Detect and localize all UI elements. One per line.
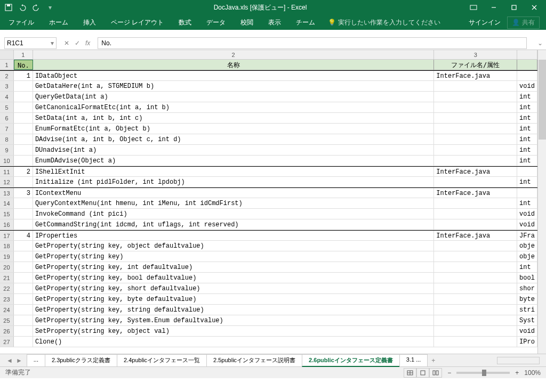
- cell-no[interactable]: [14, 198, 33, 208]
- cell-file[interactable]: [434, 102, 517, 112]
- sheet-tab[interactable]: ...: [27, 354, 45, 367]
- cell-name[interactable]: DUnadvise(int a): [33, 145, 434, 155]
- cell-attr[interactable]: int: [517, 156, 537, 166]
- cell-no[interactable]: [14, 177, 33, 187]
- cell-attr[interactable]: int: [517, 92, 537, 102]
- cell-name[interactable]: Clone(): [33, 337, 434, 347]
- cell-name[interactable]: SetProperty(string key, object val): [33, 326, 434, 336]
- row-header[interactable]: 8: [0, 134, 14, 144]
- cell-name[interactable]: IProperties: [33, 231, 434, 240]
- cell-no[interactable]: [14, 326, 33, 336]
- cell-name[interactable]: GetProperty(string key, string defaultva…: [33, 305, 434, 315]
- cell-file[interactable]: InterFace.java: [434, 188, 517, 198]
- cell-attr[interactable]: shor: [517, 283, 537, 293]
- cell-name[interactable]: GetProperty(string key, bool defaultvalu…: [33, 273, 434, 283]
- sheet-tab[interactable]: 2.6publicインタフェース定義書: [302, 354, 400, 367]
- redo-icon[interactable]: [30, 1, 43, 14]
- row-header[interactable]: 4: [0, 92, 14, 102]
- cell-attr[interactable]: [517, 71, 537, 80]
- sheet-tab[interactable]: 2.4publicインタフェース一覧: [117, 354, 207, 367]
- cell-attr[interactable]: [517, 167, 537, 176]
- cell-attr[interactable]: byte: [517, 294, 537, 304]
- col-header[interactable]: [517, 50, 537, 59]
- cell-file[interactable]: InterFace.java: [434, 231, 517, 240]
- cell-file[interactable]: InterFace.java: [434, 71, 517, 80]
- cell-no[interactable]: [14, 251, 33, 262]
- cell-file[interactable]: [434, 219, 517, 230]
- cell-name[interactable]: SetData(int a, int b, int c): [33, 113, 434, 123]
- cell-no[interactable]: [14, 113, 33, 123]
- tab-insert[interactable]: 挿入: [77, 16, 102, 29]
- cell-attr[interactable]: void: [517, 326, 537, 336]
- cell-no[interactable]: [14, 283, 33, 293]
- row-header[interactable]: 20: [0, 262, 14, 272]
- sheet-tab[interactable]: 3.1 ...: [399, 354, 428, 367]
- cell-name[interactable]: GetCommandString(int idcmd, int uflags, …: [33, 219, 434, 230]
- vertical-scrollbar[interactable]: [537, 50, 546, 354]
- cell-name[interactable]: GetDataHere(int a, STGMEDIUM b): [33, 81, 434, 91]
- zoom-level[interactable]: 100%: [524, 369, 541, 377]
- cell-name[interactable]: IContextMenu: [33, 188, 434, 198]
- cell-attr[interactable]: void: [517, 81, 537, 91]
- cell-file[interactable]: InterFace.java: [434, 167, 517, 176]
- col-header[interactable]: 1: [14, 50, 33, 59]
- row-header[interactable]: 25: [0, 315, 14, 325]
- cell-no[interactable]: [14, 156, 33, 166]
- cell-file[interactable]: [434, 92, 517, 102]
- zoom-out-button[interactable]: −: [447, 369, 451, 377]
- tab-formulas[interactable]: 数式: [172, 16, 198, 29]
- cell-attr[interactable]: IPro: [517, 337, 537, 347]
- cell-attr[interactable]: int: [517, 177, 537, 187]
- header-cell-no[interactable]: No.: [14, 60, 33, 70]
- row-header[interactable]: 23: [0, 294, 14, 304]
- maximize-icon[interactable]: [504, 1, 524, 14]
- zoom-slider[interactable]: [456, 372, 510, 374]
- select-all-corner[interactable]: [0, 50, 14, 59]
- cell-name[interactable]: InvokeCommand (int pici): [33, 209, 434, 219]
- row-header[interactable]: 21: [0, 273, 14, 283]
- cell-attr[interactable]: int: [517, 124, 537, 134]
- cell-name[interactable]: EnumDAdvise(Object a): [33, 156, 434, 166]
- signin-link[interactable]: サインイン: [469, 18, 501, 27]
- cell-file[interactable]: [434, 273, 517, 283]
- tab-view[interactable]: 表示: [262, 16, 287, 29]
- header-cell-attr[interactable]: [517, 60, 537, 70]
- cell-no[interactable]: [14, 305, 33, 315]
- tab-data[interactable]: データ: [200, 16, 232, 29]
- cell-attr[interactable]: bool: [517, 273, 537, 283]
- cell-attr[interactable]: int: [517, 113, 537, 123]
- cell-no[interactable]: [14, 241, 33, 251]
- cell-attr[interactable]: stri: [517, 305, 537, 315]
- cell-name[interactable]: GetProperty(string key, object defaultva…: [33, 241, 434, 251]
- cell-no[interactable]: [14, 337, 33, 347]
- row-header[interactable]: 6: [0, 113, 14, 123]
- cell-file[interactable]: [434, 326, 517, 336]
- cell-no[interactable]: [14, 219, 33, 230]
- name-box-dropdown-icon[interactable]: ▾: [51, 39, 54, 47]
- cell-attr[interactable]: obje: [517, 241, 537, 251]
- row-header[interactable]: 16: [0, 219, 14, 230]
- cell-name[interactable]: IDataObject: [33, 71, 434, 80]
- cell-no[interactable]: 1: [14, 71, 33, 80]
- cell-file[interactable]: [434, 145, 517, 155]
- cell-name[interactable]: DAdvise(int a, int b, Object c, int d): [33, 134, 434, 144]
- cell-file[interactable]: [434, 81, 517, 91]
- row-header[interactable]: 22: [0, 283, 14, 293]
- cell-attr[interactable]: int: [517, 198, 537, 208]
- cell-no[interactable]: [14, 209, 33, 219]
- view-normal-icon[interactable]: [404, 368, 416, 378]
- row-header[interactable]: 24: [0, 305, 14, 315]
- row-header[interactable]: 13: [0, 188, 14, 198]
- cell-name[interactable]: EnumFormatEtc(int a, Object b): [33, 124, 434, 134]
- cell-attr[interactable]: [517, 188, 537, 198]
- cancel-icon[interactable]: ✕: [64, 39, 69, 47]
- header-cell-file[interactable]: ファイル名/属性: [434, 60, 517, 70]
- cell-file[interactable]: [434, 113, 517, 123]
- row-header[interactable]: 7: [0, 124, 14, 134]
- name-box[interactable]: R1C1 ▾: [4, 37, 57, 49]
- row-header[interactable]: 18: [0, 241, 14, 251]
- row-header[interactable]: 2: [0, 71, 14, 80]
- sheet-nav-next-icon[interactable]: ►: [16, 357, 22, 364]
- cell-name[interactable]: IShellExtInit: [33, 167, 434, 176]
- cell-no[interactable]: 4: [14, 231, 33, 240]
